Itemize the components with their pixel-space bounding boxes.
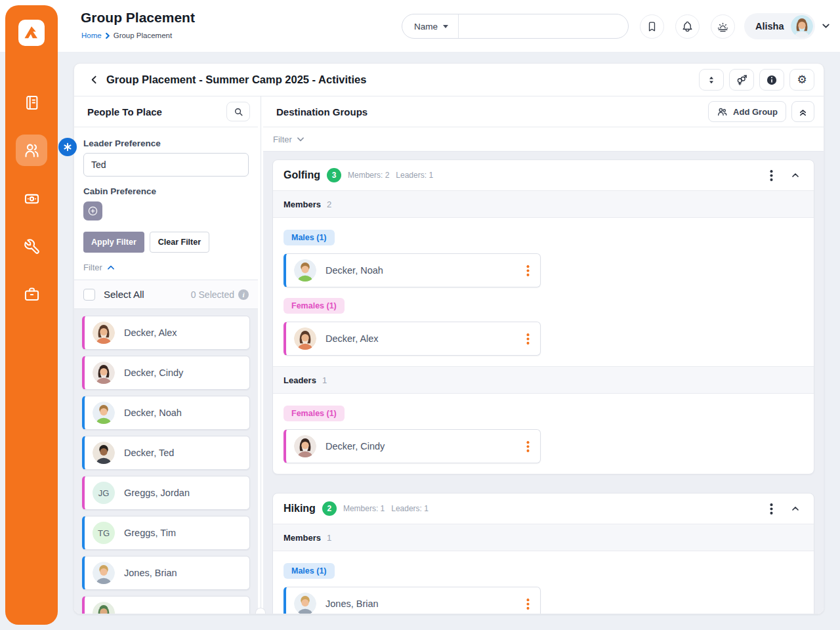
person-card[interactable]: Decker, Ted	[82, 436, 250, 470]
bookmark-icon	[646, 20, 658, 33]
group-menu-button[interactable]	[767, 502, 776, 516]
clear-filter-button[interactable]: Clear Filter	[150, 232, 209, 253]
user-menu[interactable]: Alisha	[744, 13, 815, 39]
group-member-card[interactable]: Decker, Noah	[284, 253, 541, 287]
avatar	[93, 322, 115, 344]
info-circle-icon	[766, 74, 778, 86]
sidebar-item-work[interactable]	[16, 278, 47, 310]
group-collapse-button[interactable]	[788, 502, 803, 515]
gender-chip: Males (1)	[284, 230, 335, 245]
sidebar-item-people[interactable]	[16, 135, 47, 166]
search-input[interactable]	[459, 22, 628, 32]
member-menu-button[interactable]	[524, 264, 532, 278]
person-name: Decker, Cindy	[326, 441, 385, 452]
bookmark-button[interactable]	[640, 14, 664, 39]
breadcrumb-current: Group Placement	[114, 32, 173, 39]
add-cabin-preference-button[interactable]	[83, 201, 102, 220]
group-member-card[interactable]: Jones, Brian	[284, 587, 541, 614]
avatar	[93, 562, 115, 584]
smart-search: Name	[402, 14, 629, 39]
person-card[interactable]: Decker, Alex	[82, 316, 250, 350]
group-section-header: Leaders1	[273, 366, 814, 394]
people-filter-toggle[interactable]: Filter	[83, 262, 249, 272]
people-list: Decker, AlexDecker, CindyDecker, NoahDec…	[74, 308, 258, 614]
people-pane-header: People To Place	[74, 96, 258, 127]
info-button[interactable]	[759, 69, 784, 91]
theme-toggle-button[interactable]	[711, 14, 735, 39]
selected-info-icon[interactable]: i	[238, 289, 249, 300]
people-search-button[interactable]	[226, 102, 250, 121]
group-header[interactable]: Hiking2Members: 1Leaders: 1	[273, 494, 814, 524]
person-card[interactable]: TGGreggs, Tim	[82, 516, 250, 550]
page-title: Group Placement	[81, 10, 195, 26]
leader-preference-input[interactable]	[83, 153, 249, 177]
person-name: Jones, Brian	[124, 568, 177, 578]
avatar	[294, 435, 316, 457]
member-menu-button[interactable]	[524, 332, 532, 346]
journal-icon	[23, 94, 41, 112]
group-member-card[interactable]: Decker, Cindy	[284, 429, 541, 463]
people-filters: Leader Preference Cabin Preference Apply…	[74, 127, 258, 280]
app-logo[interactable]	[18, 20, 45, 46]
select-all-row: Select All 0 Selected i	[74, 280, 258, 308]
avatar	[93, 362, 115, 384]
sidebar-item-finance[interactable]	[16, 182, 47, 214]
person-card[interactable]	[82, 596, 250, 614]
person-card[interactable]: Decker, Cindy	[82, 356, 250, 390]
user-menu-chevron[interactable]	[820, 20, 831, 34]
settings-button[interactable]: ⚙	[789, 69, 814, 91]
select-all-checkbox[interactable]	[83, 289, 95, 301]
person-card[interactable]: Jones, Brian	[82, 556, 250, 590]
search-icon	[234, 107, 243, 117]
person-card[interactable]: Decker, Noah	[82, 396, 250, 430]
pane-resize-handle[interactable]	[255, 608, 266, 614]
person-name: Decker, Alex	[326, 333, 379, 344]
avatar	[93, 442, 115, 464]
group-count-badge: 3	[327, 168, 341, 182]
groups-filter-toggle[interactable]: Filter	[263, 127, 824, 151]
group-card: Hiking2Members: 1Leaders: 1Members1Males…	[272, 493, 814, 614]
breadcrumb-home-link[interactable]: Home	[81, 32, 102, 39]
group-members-stat: Members: 2	[348, 171, 389, 180]
search-scope-label: Name	[414, 22, 438, 32]
groups-pane-title: Destination Groups	[276, 106, 368, 117]
angles-up-icon	[798, 107, 808, 117]
asterisk-icon	[63, 142, 72, 152]
group-section-count: 1	[322, 375, 327, 385]
group-section-count: 2	[327, 200, 331, 209]
group-member-card[interactable]: Decker, Alex	[284, 322, 541, 356]
required-asterisk-badge	[58, 138, 77, 156]
sunrise-icon	[717, 20, 729, 33]
person-name: Decker, Ted	[124, 448, 174, 458]
sort-icon	[705, 74, 717, 86]
sidebar-item-directory[interactable]	[16, 87, 47, 118]
bell-icon	[681, 20, 694, 33]
chevron-down-icon	[296, 135, 305, 144]
panel-body: People To Place Leader Preference Cabin …	[74, 96, 824, 614]
avatar	[93, 602, 115, 614]
group-header[interactable]: Golfing3Members: 2Leaders: 1	[273, 160, 814, 190]
group-menu-button[interactable]	[767, 169, 776, 182]
person-card[interactable]: JGGreggs, Jordan	[82, 476, 250, 510]
group-section-body: Males (1)Decker, NoahFemales (1)Decker, …	[273, 218, 814, 366]
search-scope-dropdown[interactable]: Name	[402, 14, 459, 38]
groups-area: Golfing3Members: 2Leaders: 1Members2Male…	[263, 151, 824, 614]
collapse-all-button[interactable]	[791, 101, 814, 122]
group-collapse-button[interactable]	[788, 169, 803, 182]
gender-settings-button[interactable]	[729, 69, 754, 91]
sidebar-item-tools[interactable]	[16, 230, 47, 262]
avatar	[93, 402, 115, 424]
apply-filter-button[interactable]: Apply Filter	[83, 232, 144, 253]
notifications-button[interactable]	[675, 14, 700, 39]
group-section-header: Members2	[273, 190, 814, 218]
wrench-icon	[23, 238, 41, 255]
chevron-down-icon	[820, 20, 831, 32]
add-group-button[interactable]: Add Group	[708, 101, 786, 122]
sort-button[interactable]	[699, 69, 724, 91]
destination-groups-pane: Destination Groups Add Group Filter	[263, 96, 824, 614]
member-menu-button[interactable]	[524, 440, 532, 453]
avatar: JG	[93, 482, 115, 504]
member-menu-button[interactable]	[524, 597, 532, 611]
back-button[interactable]	[89, 74, 100, 85]
person-name: Jones, Brian	[326, 598, 379, 609]
